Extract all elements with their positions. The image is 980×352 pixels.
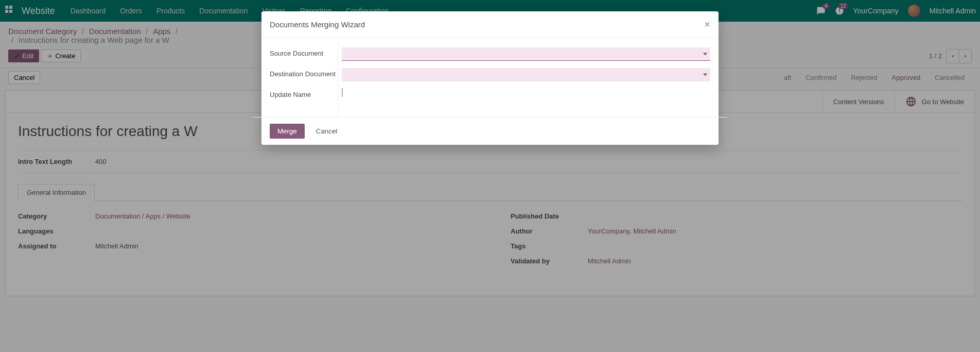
modal-title: Documents Merging Wizard (270, 20, 365, 29)
modal-cancel-button[interactable]: Cancel (310, 124, 344, 139)
merge-modal: Documents Merging Wizard × Source Docume… (261, 11, 719, 145)
src-doc-label: Source Document (270, 47, 342, 57)
chevron-down-icon[interactable] (703, 53, 707, 56)
close-icon[interactable]: × (704, 19, 710, 30)
src-doc-input[interactable] (342, 47, 710, 61)
dst-doc-input[interactable] (342, 68, 710, 81)
merge-button[interactable]: Merge (270, 124, 305, 139)
update-name-checkbox[interactable] (342, 88, 343, 97)
chevron-down-icon[interactable] (703, 74, 707, 76)
dst-doc-label: Destination Document (270, 68, 342, 78)
update-name-label: Update Name (270, 89, 342, 98)
